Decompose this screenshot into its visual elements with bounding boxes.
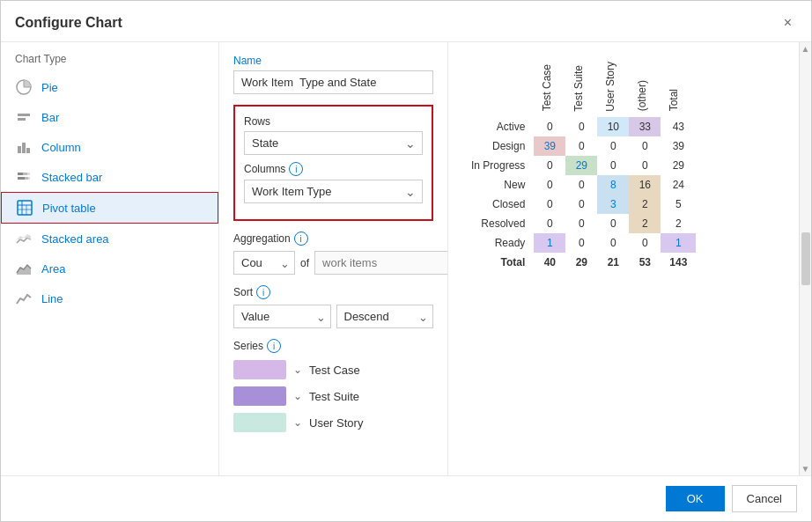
svg-rect-6 <box>22 143 26 153</box>
sidebar-item-line[interactable]: Line <box>1 283 218 313</box>
scrollbar[interactable]: ▲ ▼ <box>799 42 811 475</box>
pivot-cell-design-ts: 0 <box>565 136 597 156</box>
svg-rect-3 <box>18 114 30 116</box>
pivot-cell-inprogress-other: 0 <box>629 156 661 175</box>
svg-rect-5 <box>18 146 21 153</box>
svg-rect-12 <box>25 177 28 180</box>
sidebar-item-stacked-bar[interactable]: Stacked bar <box>1 162 218 192</box>
pivot-row-resolved: Resolved 0 0 0 2 2 <box>462 214 696 233</box>
sort-info-icon[interactable]: i <box>256 285 270 299</box>
svg-rect-8 <box>18 173 23 175</box>
series-chevron-testcase[interactable]: ⌄ <box>293 364 302 376</box>
pivot-cell-design-other: 0 <box>629 136 661 156</box>
svg-rect-14 <box>18 201 32 215</box>
stacked-area-icon <box>15 230 33 247</box>
svg-rect-13 <box>28 177 30 180</box>
series-label-testsuite: Test Suite <box>309 390 359 403</box>
aggregation-select[interactable]: Cou Sum Avg <box>233 251 295 275</box>
sidebar-item-label-area: Area <box>41 262 65 276</box>
scrollbar-down-arrow[interactable]: ▼ <box>801 464 810 474</box>
pivot-cell-total-tc: 40 <box>534 253 565 272</box>
pivot-cell-new-total: 24 <box>661 175 696 195</box>
sidebar-item-label-pie: Pie <box>41 81 58 94</box>
columns-label: Columns <box>244 163 285 175</box>
series-chevron-testsuite[interactable]: ⌄ <box>293 390 302 402</box>
sidebar-item-column[interactable]: Column <box>1 132 218 162</box>
pivot-row-label-total: Total <box>462 253 534 272</box>
cancel-button[interactable]: Cancel <box>732 485 797 512</box>
pivot-row-label-resolved: Resolved <box>462 214 534 233</box>
pivot-table: Test Case Test Suite User Story (other) <box>462 60 696 272</box>
columns-select[interactable]: Work Item Type State Assigned To <box>244 180 423 203</box>
sort-field-row: Sort i <box>233 285 433 299</box>
sidebar-item-pivot-table[interactable]: Pivot table <box>1 192 218 224</box>
pivot-cell-closed-other: 2 <box>629 195 661 214</box>
sidebar-item-label-bar: Bar <box>41 111 59 124</box>
name-input[interactable] <box>233 70 433 94</box>
pivot-row-label-active: Active <box>462 117 534 136</box>
sidebar-item-area[interactable]: Area <box>1 254 218 283</box>
series-chevron-userstory[interactable]: ⌄ <box>293 416 302 429</box>
pivot-cell-resolved-tc: 0 <box>534 214 565 233</box>
svg-rect-9 <box>23 173 27 175</box>
aggregation-label: Aggregation <box>233 232 291 245</box>
sidebar-item-bar[interactable]: Bar <box>1 102 218 132</box>
pivot-cell-ready-us: 0 <box>597 233 629 253</box>
rows-select-wrapper: State Work Item Type Assigned To <box>244 131 423 155</box>
series-section: ⌄ Test Case ⌄ Test Suite ⌄ User Story <box>233 360 433 432</box>
pivot-cell-closed-ts: 0 <box>565 195 597 214</box>
sort-value-select-wrapper: Value Label <box>233 305 331 328</box>
aggregation-workitems-input[interactable] <box>314 251 448 275</box>
rows-select[interactable]: State Work Item Type Assigned To <box>244 131 423 155</box>
pivot-cell-total-us: 21 <box>597 253 629 272</box>
pivot-cell-inprogress-us: 0 <box>597 156 629 175</box>
series-label: Series <box>233 340 263 352</box>
pivot-row-inprogress: In Progress 0 29 0 0 29 <box>462 156 696 175</box>
scrollbar-thumb[interactable] <box>801 232 810 285</box>
pivot-empty-header <box>462 60 534 117</box>
pivot-cell-closed-us: 3 <box>597 195 629 214</box>
sort-direction-select[interactable]: Descend Ascend <box>336 305 434 328</box>
pivot-col-total: Total <box>661 60 696 117</box>
pivot-cell-active-ts: 0 <box>565 117 597 136</box>
pivot-cell-total-ts: 29 <box>565 253 597 272</box>
series-info-icon[interactable]: i <box>267 339 281 353</box>
dialog-body: Chart Type Pie <box>1 42 811 475</box>
pivot-cell-active-us: 10 <box>597 117 629 136</box>
pivot-cell-new-tc: 0 <box>534 175 565 195</box>
columns-select-wrapper: Work Item Type State Assigned To <box>244 180 423 203</box>
configure-chart-dialog: Configure Chart × Chart Type Pie <box>0 0 812 522</box>
close-button[interactable]: × <box>779 13 797 33</box>
pivot-cell-new-ts: 0 <box>565 175 597 195</box>
sidebar-item-label-pivot-table: Pivot table <box>42 202 96 215</box>
sidebar-item-pie[interactable]: Pie <box>1 72 218 102</box>
pivot-cell-inprogress-total: 29 <box>661 156 696 175</box>
svg-rect-4 <box>18 118 26 121</box>
series-item-userstory: ⌄ User Story <box>233 413 433 432</box>
pivot-cell-ready-ts: 0 <box>565 233 597 253</box>
aggregation-field-row: Aggregation i <box>233 232 433 246</box>
pivot-cell-total-other: 53 <box>629 253 661 272</box>
pivot-cell-closed-tc: 0 <box>534 195 565 214</box>
rows-label: Rows <box>244 115 423 128</box>
pivot-row-design: Design 39 0 0 0 39 <box>462 136 696 156</box>
pivot-row-label-closed: Closed <box>462 195 534 214</box>
rows-columns-box: Rows State Work Item Type Assigned To Co… <box>233 105 433 221</box>
scrollbar-up-arrow[interactable]: ▲ <box>801 44 810 54</box>
pivot-col-userstory: User Story <box>597 60 629 117</box>
columns-info-icon[interactable]: i <box>289 162 303 176</box>
ok-button[interactable]: OK <box>666 486 725 511</box>
sidebar-item-label-column: Column <box>41 141 81 154</box>
sort-value-select[interactable]: Value Label <box>233 305 331 328</box>
sidebar-item-stacked-area[interactable]: Stacked area <box>1 224 218 254</box>
pivot-cell-design-tc: 39 <box>534 136 565 156</box>
dialog-header: Configure Chart × <box>1 1 811 42</box>
series-item-testcase: ⌄ Test Case <box>233 360 433 379</box>
pivot-row-label-ready: Ready <box>462 233 534 253</box>
pivot-row-label-design: Design <box>462 136 534 156</box>
stacked-bar-icon <box>15 168 33 186</box>
line-icon <box>15 290 33 307</box>
aggregation-info-icon[interactable]: i <box>294 232 308 246</box>
pivot-cell-new-us: 8 <box>597 175 629 195</box>
column-icon <box>15 138 33 156</box>
